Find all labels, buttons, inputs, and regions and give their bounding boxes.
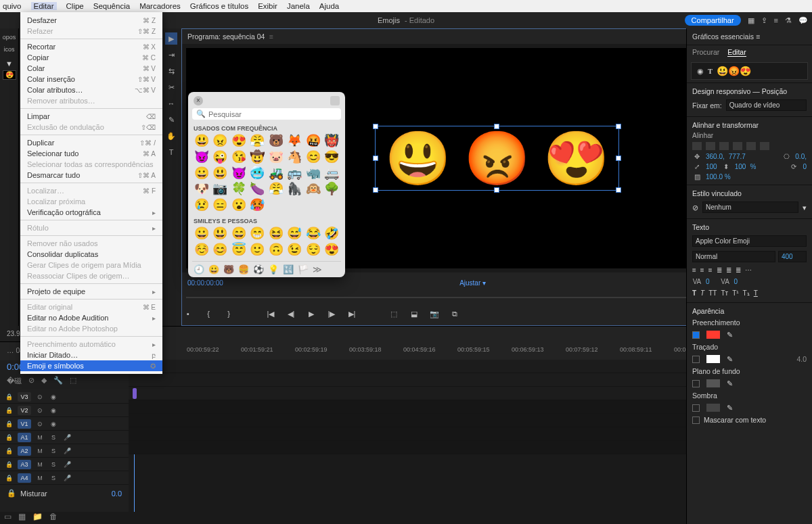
- emoji-cell[interactable]: 🙃: [268, 243, 284, 257]
- emoji-cell[interactable]: 😎: [324, 151, 340, 164]
- menu-item[interactable]: Desfazer⌘ Z: [20, 15, 162, 26]
- menu-sequence[interactable]: Sequência: [93, 2, 130, 10]
- snap-icon[interactable]: �磁: [7, 376, 22, 386]
- menu-clip[interactable]: Clipe: [66, 2, 84, 10]
- close-icon[interactable]: ×: [194, 96, 203, 105]
- menu-file[interactable]: quivo: [3, 2, 22, 10]
- selection-tool[interactable]: ▶: [165, 32, 177, 45]
- style-dropdown[interactable]: Nenhum: [702, 201, 798, 213]
- emoji-cell[interactable]: 🦏: [305, 167, 321, 181]
- bg-color[interactable]: [706, 379, 720, 387]
- opacity-val[interactable]: 100.0 %: [706, 173, 731, 181]
- emoji-cell[interactable]: 🤠: [250, 151, 266, 164]
- text-style-buttons[interactable]: TTTTTтT¹T₁T: [687, 287, 812, 300]
- emoji-cell[interactable]: 😍: [324, 243, 340, 257]
- menu-item[interactable]: Colar atributos…⌥⌘ V: [20, 85, 162, 95]
- font-dropdown[interactable]: Apple Color Emoji: [692, 235, 807, 247]
- menu-item[interactable]: Duplicar⇧⌘ /: [20, 137, 162, 148]
- emoji-cell[interactable]: 🤬: [305, 135, 321, 148]
- emoji-cell[interactable]: 🤣: [324, 227, 340, 241]
- emoji-cell[interactable]: 🍆: [250, 183, 266, 196]
- emoji-cell[interactable]: 🦊: [287, 135, 303, 148]
- emoji-cell[interactable]: 🐶: [194, 183, 210, 196]
- emoji-category-tab[interactable]: 😀: [208, 264, 219, 275]
- emoji-cell[interactable]: 😀: [194, 227, 210, 241]
- eyedropper-icon[interactable]: ✎: [727, 331, 733, 339]
- emoji-cell[interactable]: 🚌: [287, 167, 303, 181]
- emoji-cell[interactable]: 🍀: [231, 183, 247, 196]
- mixer-label[interactable]: Misturar: [20, 490, 47, 498]
- emoji-cell[interactable]: 😀: [194, 167, 210, 181]
- play-icon[interactable]: ▶: [305, 308, 317, 320]
- eye-icon[interactable]: ⊙: [35, 394, 45, 400]
- fixar-dropdown[interactable]: Quadro de vídeo: [726, 99, 807, 111]
- emoji-search-input[interactable]: [208, 110, 337, 118]
- tab-edit[interactable]: Editar: [727, 48, 746, 57]
- type-tool[interactable]: T: [165, 146, 177, 158]
- fill-toggle[interactable]: [692, 331, 700, 339]
- emoji-search[interactable]: 🔍: [192, 108, 341, 120]
- track-a1[interactable]: A1: [18, 433, 31, 442]
- emoji-cell[interactable]: 😄: [231, 227, 247, 241]
- emoji-cell[interactable]: 😑: [212, 199, 229, 212]
- paragraph-buttons[interactable]: ≡≡≡≣≣≣⋯: [687, 264, 812, 277]
- emoji-cell[interactable]: 📷: [212, 183, 229, 196]
- left-tab-2[interactable]: icos: [0, 43, 18, 55]
- emoji-cell[interactable]: 🐻: [268, 135, 284, 148]
- layer-emoji-preview[interactable]: 😃😡😍: [717, 66, 751, 76]
- anchor-icon[interactable]: ⎔: [782, 153, 791, 160]
- mask-toggle[interactable]: [692, 416, 700, 424]
- timeline-clip[interactable]: [133, 388, 137, 399]
- expand-icon[interactable]: [330, 96, 340, 105]
- emoji-cell[interactable]: 😃: [194, 135, 210, 148]
- menu-icon[interactable]: ≡: [774, 16, 778, 24]
- workspace-icon[interactable]: ▦: [748, 16, 754, 25]
- emoji-cell[interactable]: 😂: [305, 227, 321, 241]
- lock-icon[interactable]: 🔒: [4, 394, 14, 400]
- emoji-cell[interactable]: 😢: [194, 199, 210, 212]
- thumbnail[interactable]: 😍: [3, 70, 16, 80]
- track-v3[interactable]: V3: [18, 392, 31, 402]
- eye-icon[interactable]: ◉: [697, 67, 704, 75]
- track-a2[interactable]: A2: [18, 446, 31, 456]
- emoji-cell[interactable]: 😌: [305, 243, 321, 257]
- align-buttons[interactable]: [687, 141, 812, 151]
- share-button[interactable]: Compartilhar: [685, 15, 741, 26]
- trash-icon[interactable]: 🗑: [49, 512, 58, 521]
- emoji-cell[interactable]: 😈: [194, 151, 210, 164]
- emoji-cell[interactable]: 😘: [231, 151, 247, 164]
- menu-item[interactable]: Verificação ortográfica▸: [20, 207, 162, 218]
- goto-in-icon[interactable]: |◀: [265, 308, 277, 320]
- weight-dropdown[interactable]: Normal: [692, 251, 775, 262]
- menu-markers[interactable]: Marcadores: [139, 2, 181, 10]
- bg-toggle[interactable]: [692, 380, 700, 387]
- emoji-cell[interactable]: 😃: [212, 167, 229, 181]
- lift-icon[interactable]: ⬚: [388, 308, 400, 320]
- emoji-cell[interactable]: 👹: [324, 135, 340, 148]
- track-a3[interactable]: A3: [18, 460, 31, 469]
- emoji-cell[interactable]: 😃: [212, 227, 229, 241]
- track-a4[interactable]: A4: [18, 473, 31, 483]
- new-bin-icon[interactable]: ▭: [4, 512, 12, 521]
- opacity-icon[interactable]: ▨: [692, 173, 702, 181]
- emoji-cell[interactable]: 😤: [268, 183, 284, 196]
- menu-view[interactable]: Exibir: [258, 2, 277, 10]
- ripple-tool[interactable]: ⇆: [165, 65, 177, 77]
- zoom-value[interactable]: 0.0: [112, 490, 122, 498]
- fit-dropdown[interactable]: Ajustar ▾: [459, 279, 486, 287]
- emoji-category-tab[interactable]: 🕘: [194, 264, 204, 275]
- emoji-cell[interactable]: 🚜: [268, 167, 284, 181]
- tab-browse[interactable]: Procurar: [692, 48, 719, 57]
- emoji-category-tab[interactable]: 💡: [268, 264, 279, 275]
- hand-tool[interactable]: ✋: [165, 130, 177, 142]
- emoji-cell[interactable]: 😠: [212, 135, 229, 148]
- emoji-cell[interactable]: 🦍: [287, 183, 303, 196]
- menu-item[interactable]: Editar no Adobe Audition▸: [20, 312, 162, 323]
- scale-icon[interactable]: ⤢: [692, 163, 702, 170]
- menu-item[interactable]: Emoji e símbolos✪: [20, 360, 162, 371]
- menu-item[interactable]: Desmarcar tudo⇧⌘ A: [20, 170, 162, 181]
- fill-color[interactable]: [706, 331, 720, 339]
- step-back-icon[interactable]: ◀|: [285, 308, 297, 320]
- pos-y[interactable]: 777.7: [729, 153, 746, 160]
- marker-add-icon[interactable]: ▪: [182, 308, 194, 320]
